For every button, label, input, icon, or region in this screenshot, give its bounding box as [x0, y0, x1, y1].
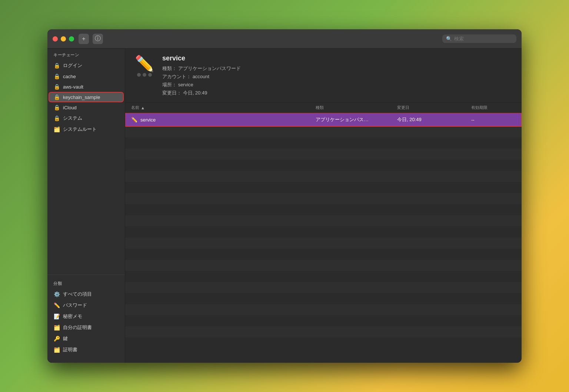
- row-pencil-icon: ✏️: [131, 117, 137, 123]
- sidebar-item-label: ログイン: [63, 62, 82, 69]
- sidebar-item-icloud[interactable]: 🔒 iCloud: [49, 103, 123, 112]
- add-button[interactable]: +: [79, 34, 89, 44]
- col-header-type[interactable]: 種類: [316, 105, 397, 110]
- empty-stripe-row: [125, 282, 522, 293]
- icon-dots: [137, 73, 152, 77]
- minimize-button[interactable]: [61, 36, 66, 41]
- empty-stripe-row: [125, 149, 522, 160]
- item-account-row: アカウント： account: [162, 73, 241, 80]
- main-content: キーチェーン 🔒 ログイン 🔒 cache 🔒 aws-vault 🔒 keyc…: [47, 49, 522, 363]
- detail-area: ✏️ service 種類： アプリケーションパスワード: [125, 49, 522, 363]
- col-header-name[interactable]: 名前 ▲: [131, 105, 316, 110]
- empty-stripe-row: [125, 215, 522, 226]
- sidebar-item-label: 証明書: [63, 346, 77, 353]
- cell-name: ✏️ service: [131, 117, 316, 123]
- cell-type: アプリケーションパス…: [316, 116, 397, 123]
- sidebar-item-system-root[interactable]: 🗂️ システムルート: [49, 124, 123, 134]
- main-window: + ⓘ 🔍 キーチェーン 🔒 ログイン 🔒 cache 🔒 aws-vault: [47, 29, 522, 363]
- item-icon-large: ✏️: [133, 54, 156, 78]
- sidebar-item-all[interactable]: ⚙️ すべての項目: [49, 289, 123, 299]
- sidebar-item-certs[interactable]: 🗂️ 証明書: [49, 345, 123, 355]
- sidebar-item-system[interactable]: 🔒 システム: [49, 113, 123, 123]
- keychain-section-header: キーチェーン: [47, 49, 125, 60]
- type-value: アプリケーションパスワード: [178, 66, 241, 71]
- item-modified-row: 変更日： 今日, 20:49: [162, 90, 241, 96]
- maximize-button[interactable]: [69, 36, 74, 41]
- sidebar-item-label: すべての項目: [63, 291, 92, 298]
- traffic-lights: [53, 36, 74, 41]
- category-section-header: 分類: [47, 277, 125, 289]
- empty-stripe-row: [125, 171, 522, 182]
- type-label: 種類：: [162, 66, 177, 71]
- sidebar-item-label: 鍵: [63, 335, 68, 342]
- cell-expiry: --: [471, 117, 516, 123]
- empty-stripe-row: [125, 326, 522, 338]
- empty-stripe-row: [125, 193, 522, 204]
- sidebar-item-keys[interactable]: 🔑 鍵: [49, 333, 123, 344]
- empty-stripe-row: [125, 226, 522, 237]
- search-icon: 🔍: [446, 36, 452, 41]
- sidebar-item-label: 秘密メモ: [63, 313, 82, 320]
- empty-stripe-row: [125, 315, 522, 326]
- table-row[interactable]: ✏️ service アプリケーションパス… 今日, 20:49 --: [125, 113, 522, 126]
- empty-stripe-row: [125, 260, 522, 271]
- col-header-expiry[interactable]: 有効期限: [471, 105, 516, 110]
- empty-stripe-row: [125, 293, 522, 304]
- lock-icon: 🔒: [53, 94, 60, 100]
- lock-icon: 🔒: [53, 84, 60, 90]
- empty-rows: [125, 126, 522, 349]
- icon-dot-2: [143, 73, 146, 77]
- info-button[interactable]: ⓘ: [93, 34, 103, 44]
- sidebar-item-label: システム: [63, 115, 82, 122]
- empty-stripe-row: [125, 204, 522, 215]
- modified-label: 変更日：: [162, 90, 182, 96]
- empty-stripe-row: [125, 160, 522, 171]
- location-label: 場所：: [162, 82, 177, 87]
- sidebar-item-label: keychain_sample: [63, 94, 100, 100]
- icon-dot-3: [148, 73, 152, 77]
- sidebar-item-label: システムルート: [63, 126, 97, 133]
- item-location-row: 場所： service: [162, 82, 241, 88]
- titlebar: + ⓘ 🔍: [47, 29, 522, 49]
- folder-icon: 🗂️: [53, 126, 60, 132]
- table-header: 名前 ▲ 種類 変更日 有効期限: [125, 103, 522, 113]
- search-bar[interactable]: 🔍: [442, 34, 516, 43]
- empty-stripe-row: [125, 126, 522, 137]
- icon-dot-1: [137, 73, 141, 77]
- sidebar-item-my-certs[interactable]: 🗂️ 自分の証明書: [49, 322, 123, 333]
- account-label: アカウント：: [162, 74, 191, 79]
- empty-stripe-row: [125, 304, 522, 315]
- sidebar-item-keychain-sample[interactable]: 🔒 keychain_sample: [49, 92, 123, 102]
- sort-icon: ▲: [141, 106, 145, 110]
- lock-icon: 🔒: [53, 115, 60, 121]
- item-name: service: [162, 54, 241, 62]
- empty-stripe-row: [125, 182, 522, 193]
- account-value: account: [193, 74, 210, 79]
- col-header-modified[interactable]: 変更日: [397, 105, 471, 110]
- pencil-large-icon: ✏️: [135, 56, 154, 72]
- sidebar-item-secure-notes[interactable]: 📝 秘密メモ: [49, 311, 123, 322]
- empty-stripe-row: [125, 137, 522, 149]
- sidebar-divider: [47, 275, 125, 275]
- sidebar-item-label: パスワード: [63, 302, 87, 309]
- item-meta: service 種類： アプリケーションパスワード アカウント： account…: [162, 54, 241, 96]
- sidebar-item-login[interactable]: 🔒 ログイン: [49, 60, 123, 71]
- certificates-icon: 🗂️: [53, 347, 60, 353]
- sidebar: キーチェーン 🔒 ログイン 🔒 cache 🔒 aws-vault 🔒 keyc…: [47, 49, 125, 363]
- cert-icon: 🗂️: [53, 325, 60, 330]
- lock-icon: 🔒: [53, 63, 60, 69]
- lock-icon: 🔒: [53, 73, 60, 79]
- sidebar-item-passwords[interactable]: ✏️ パスワード: [49, 300, 123, 310]
- item-detail-header: ✏️ service 種類： アプリケーションパスワード: [125, 49, 522, 103]
- empty-stripe-row: [125, 237, 522, 249]
- sidebar-item-cache[interactable]: 🔒 cache: [49, 72, 123, 81]
- empty-stripe-row: [125, 249, 522, 260]
- empty-stripe-row: [125, 338, 522, 349]
- search-input[interactable]: [454, 36, 513, 41]
- pencil-icon: ✏️: [53, 302, 60, 308]
- key-icon: 🔑: [53, 336, 60, 342]
- sidebar-item-aws-vault[interactable]: 🔒 aws-vault: [49, 82, 123, 92]
- location-value: service: [178, 82, 193, 87]
- close-button[interactable]: [53, 36, 58, 41]
- note-icon: 📝: [53, 313, 60, 319]
